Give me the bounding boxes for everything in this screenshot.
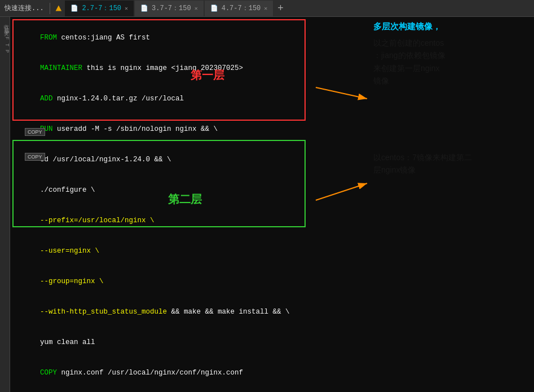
- tab2-close[interactable]: ✕: [195, 5, 198, 12]
- sidebar-item-p[interactable]: P: [1, 49, 10, 54]
- title-bar-left: 快速连接...: [5, 3, 44, 13]
- code-line-4: RUN useradd -M -s /sbin/nologin nginx &&…: [15, 114, 529, 144]
- second-layer-label: 第二层: [168, 192, 202, 207]
- tab1-icon: 📄: [70, 5, 78, 12]
- annotation-b1-l3: 来创建第一层nginx: [373, 64, 439, 73]
- upload-icon: ▲: [56, 3, 62, 14]
- code-line-12: COPY nginx.conf /usr/local/nginx/conf/ng…: [15, 358, 529, 388]
- annotation-b2-l1: 以centos：7镜像来构建第二: [373, 153, 472, 162]
- copy-button-1[interactable]: COPY: [25, 128, 45, 136]
- add-tab-button[interactable]: +: [274, 2, 287, 14]
- tab1-label: 2.7-7：150: [82, 3, 121, 13]
- sidebar-item-2[interactable]: 藏: [1, 23, 10, 25]
- gap-between-layers: [15, 388, 529, 392]
- copy-button-2[interactable]: COPY: [25, 153, 45, 161]
- tab3-label: 4.7-7：150: [222, 3, 261, 13]
- sidebar: 收 藏 夹 S F T P: [0, 17, 10, 392]
- title-bar: 快速连接... ▲ 📄 2.7-7：150 ✕ 📄 3.7-7：150 ✕ 📄 …: [0, 0, 534, 17]
- annotation-b1-l1: 以之前创建的centos: [373, 38, 444, 47]
- sidebar-item-f[interactable]: F: [1, 36, 10, 41]
- tab2-icon: 📄: [140, 5, 148, 12]
- code-line-10: --with-http_stub_status_module && make &…: [15, 297, 529, 327]
- code-line-8: --user=nginx \: [15, 236, 529, 266]
- tab-2[interactable]: 📄 3.7-7：150 ✕: [135, 1, 204, 16]
- sidebar-item-3[interactable]: 夹: [1, 26, 10, 28]
- annotation-b1-l2: ：jiang的依赖包镜像: [373, 51, 445, 60]
- tabs-area: 📄 2.7-7：150 ✕ 📄 3.7-7：150 ✕ 📄 4.7-7：150 …: [65, 1, 529, 16]
- code-area: 第一层 第二层 COPY COPY FROM centos:jiang AS f…: [10, 17, 534, 392]
- sidebar-item-t[interactable]: T: [1, 42, 10, 47]
- annotation-block-1: 以之前创建的centos ：jiang的依赖包镜像 来创建第一层nginx 镜像: [373, 37, 526, 87]
- tab-3[interactable]: 📄 4.7-7：150 ✕: [205, 1, 273, 16]
- tab2-label: 3.7-7：150: [152, 3, 191, 13]
- annotations-right: 多层次构建镜像， 以之前创建的centos ：jiang的依赖包镜像 来创建第一…: [373, 21, 526, 90]
- annotation-b2-l2: 层nginx镜像: [373, 165, 416, 174]
- sidebar-item-1[interactable]: 收: [1, 19, 10, 21]
- annotation-b1-l4: 镜像: [373, 76, 389, 85]
- code-line-9: --group=nginx \: [15, 266, 529, 297]
- main-content: 第一层 第二层 COPY COPY FROM centos:jiang AS f…: [10, 17, 534, 392]
- quick-connect-label[interactable]: 快速连接...: [5, 3, 44, 13]
- tab1-close[interactable]: ✕: [125, 5, 128, 12]
- sidebar-item-s[interactable]: S: [1, 29, 10, 34]
- tab3-icon: 📄: [210, 5, 218, 12]
- annotation-block-2: 以centos：7镜像来构建第二 层nginx镜像: [373, 151, 526, 177]
- code-line-7: --prefix=/usr/local/nginx \: [15, 205, 529, 236]
- tab-1[interactable]: 📄 2.7-7：150 ✕: [65, 1, 134, 16]
- annotations-right-2: 以centos：7镜像来构建第二 层nginx镜像: [373, 151, 526, 177]
- code-line-11: yum clean all: [15, 327, 529, 358]
- annotation-title: 多层次构建镜像，: [373, 21, 526, 32]
- tab3-close[interactable]: ✕: [264, 5, 267, 12]
- first-layer-label: 第一层: [191, 68, 224, 83]
- code-line-6: ./configure \: [15, 175, 529, 205]
